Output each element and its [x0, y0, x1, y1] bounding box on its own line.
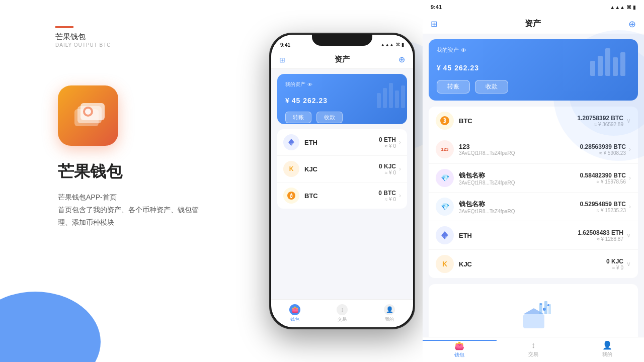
svg-rect-30 [539, 303, 542, 314]
svg-rect-31 [544, 301, 547, 314]
coin-icon [283, 134, 299, 150]
svg-rect-19 [620, 52, 625, 76]
phone-add-icon[interactable]: ⊕ [398, 55, 405, 64]
coin-balance-cny: ≈ ¥ 0 [379, 143, 396, 149]
rp-coin-icon: ₿ [436, 112, 454, 130]
phone-nav-icon: ↕ [337, 304, 348, 315]
coin-arrow-icon: › [399, 139, 401, 146]
rp-asset-card: 我的资产 👁 ¥45 262.23 转账 收款 [429, 39, 638, 101]
rp-coin-item[interactable]: ETH 1.62508483 ETH ≈ ¥ 1288.87 ∨ [429, 221, 638, 250]
brand-title: 芒果钱包 [55, 32, 86, 42]
rp-coin-item[interactable]: ₿ BTC 1.20758392 BTC ≈ ¥ 36592.89 ∨ [429, 107, 638, 135]
phone-coin-item[interactable]: ₿ BTC 0 BTC ≈ ¥ 0 › [277, 183, 407, 209]
phone-coin-item[interactable]: K KJC 0 KJC ≈ ¥ 0 › [277, 156, 407, 183]
rp-coin-bal-cny: ≈ ¥ 5908.23 [580, 150, 626, 156]
rp-coin-bal-amount: 0.52954859 BTC [580, 201, 626, 208]
phone-coin-item[interactable]: ETH 0 ETH ≈ ¥ 0 › [277, 129, 407, 156]
rp-content: 我的资产 👁 ¥45 262.23 转账 收款 ₿ BTC 1.20758392… [423, 34, 644, 342]
rp-add-icon[interactable]: ⊕ [628, 19, 636, 30]
rp-header: ⊞ 资产 ⊕ [423, 14, 644, 34]
coin-arrow-icon: › [399, 192, 401, 199]
rp-coin-name: 钱包名称 [459, 200, 580, 209]
phone-nav-item-交易[interactable]: ↕ 交易 [318, 304, 366, 323]
rp-coin-icon: K [436, 255, 454, 273]
left-panel: 芒果钱包 DAILY OUTPUT BTC 芒果钱包 芒果钱包APP-首页 首页… [0, 0, 262, 362]
rp-coin-item[interactable]: 💎 钱包名称 3AvEQt1R8...TsZ4fpaRQ 0.52954859 … [429, 193, 638, 221]
rp-coin-expand-icon[interactable]: › [629, 203, 631, 210]
phone-frame: 9:41 ▲▲▲ ⌘ ▮ ⊞ 资产 ⊕ 我的资产 👁 [269, 33, 415, 329]
rp-transfer-btn[interactable]: 转账 [437, 80, 470, 94]
rp-nav-label: 钱包 [454, 351, 464, 358]
rp-coin-bal-amount: 1.20758392 BTC [578, 115, 623, 122]
phone-nav-icon: 👛 [289, 304, 300, 315]
battery-icon: ▮ [401, 42, 404, 47]
rp-coin-info: 123 3AvEQt1R8...TsZ4fpaRQ [459, 143, 580, 156]
rp-nav: 👛 钱包 ↕ 交易 👤 我的 [423, 337, 644, 362]
rp-coin-balance: 0.28563939 BTC ≈ ¥ 5908.23 [580, 143, 626, 156]
rp-card-bg-decoration [588, 43, 633, 85]
rp-coin-item[interactable]: K KJC 0 KJC ≈ ¥ 0 ∨ [429, 250, 638, 278]
rp-battery-icon: ▮ [633, 5, 636, 10]
phone-nav-item-钱包[interactable]: 👛 钱包 [271, 304, 318, 323]
rp-coin-balance: 0.52954859 BTC ≈ ¥ 15235.23 [580, 201, 626, 213]
rp-nav-item-我的[interactable]: 👤 我的 [570, 340, 644, 359]
rp-status-bar: 9:41 ▲▲▲ ⌘ ▮ [423, 0, 644, 14]
rp-coin-info: KJC [459, 260, 606, 268]
svg-rect-17 [605, 48, 610, 76]
accent-bar [55, 26, 73, 28]
phone-screen: 9:41 ▲▲▲ ⌘ ▮ ⊞ 资产 ⊕ 我的资产 👁 [271, 35, 413, 327]
rp-nav-item-交易[interactable]: ↕ 交易 [497, 341, 571, 359]
svg-rect-25 [523, 314, 544, 328]
svg-rect-32 [548, 304, 551, 314]
coin-name: KJC [304, 165, 379, 173]
eye-icon[interactable]: 👁 [307, 82, 312, 87]
svg-rect-15 [590, 61, 595, 76]
rp-coin-info: 钱包名称 3AvEQt1R8...TsZ4fpaRQ [459, 171, 580, 186]
rp-coin-expand-icon[interactable]: ∨ [626, 232, 631, 239]
rp-coin-balance: 0 KJC ≈ ¥ 0 [606, 258, 623, 270]
svg-point-4 [85, 109, 91, 115]
rp-nav-icon: 👤 [602, 340, 612, 350]
rp-coin-balance: 0.58482390 BTC ≈ ¥ 15978.56 [580, 172, 626, 185]
rp-coin-expand-icon[interactable]: › [629, 174, 631, 182]
coin-name: BTC [304, 192, 378, 200]
rp-coin-item[interactable]: 💎 钱包名称 3AvEQt1R8...TsZ4fpaRQ 0.58482390 … [429, 164, 638, 193]
phone-transfer-btn[interactable]: 转账 [285, 112, 311, 123]
rp-coin-name: 钱包名称 [459, 171, 580, 180]
phone-notch [312, 34, 372, 46]
rp-coin-bal-amount: 1.62508483 ETH [578, 229, 623, 236]
rp-coin-expand-icon[interactable]: › [629, 146, 631, 153]
svg-text:₿: ₿ [290, 193, 293, 199]
phone-header: ⊞ 资产 ⊕ [271, 51, 413, 69]
coin-balance: 0 KJC ≈ ¥ 0 [379, 163, 396, 175]
coin-balance-amount: 0 BTC [378, 190, 396, 197]
phone-nav-icon: 👤 [384, 304, 395, 315]
coin-icon: ₿ [283, 188, 299, 204]
coin-balance-amount: 0 KJC [379, 163, 396, 170]
rp-eye-icon[interactable]: 👁 [461, 47, 466, 53]
rp-coin-item[interactable]: 123 123 3AvEQt1R8...TsZ4fpaRQ 0.28563939… [429, 135, 638, 164]
phone-grid-icon[interactable]: ⊞ [279, 56, 285, 64]
rp-nav-item-钱包[interactable]: 👛 钱包 [423, 340, 497, 359]
rp-coin-expand-icon[interactable]: ∨ [626, 260, 631, 267]
rp-wifi-icon: ⌘ [626, 5, 631, 10]
coin-icon: K [283, 161, 299, 177]
svg-rect-16 [598, 56, 603, 76]
rp-coin-icon [436, 226, 454, 244]
phone-nav-item-我的[interactable]: 👤 我的 [366, 304, 413, 323]
coin-balance: 0 BTC ≈ ¥ 0 [378, 190, 396, 202]
rp-coin-expand-icon[interactable]: ∨ [626, 117, 631, 124]
phone-nav: 👛 钱包 ↕ 交易 👤 我的 [271, 299, 413, 327]
rp-coin-info: ETH [459, 232, 578, 239]
svg-rect-7 [389, 83, 393, 108]
rp-nav-icon: ↕ [531, 341, 535, 350]
rp-grid-icon[interactable]: ⊞ [431, 19, 437, 29]
decorative-blob [0, 292, 101, 362]
rp-coin-name: BTC [459, 117, 578, 125]
rp-status-right: ▲▲▲ ⌘ ▮ [610, 5, 636, 10]
phone-status-right: ▲▲▲ ⌘ ▮ [380, 42, 404, 47]
rp-receive-btn[interactable]: 收款 [475, 80, 508, 94]
phone-time: 9:41 [280, 42, 290, 48]
rp-coin-balance: 1.62508483 ETH ≈ ¥ 1288.87 [578, 229, 623, 242]
phone-receive-btn[interactable]: 收款 [316, 112, 343, 123]
